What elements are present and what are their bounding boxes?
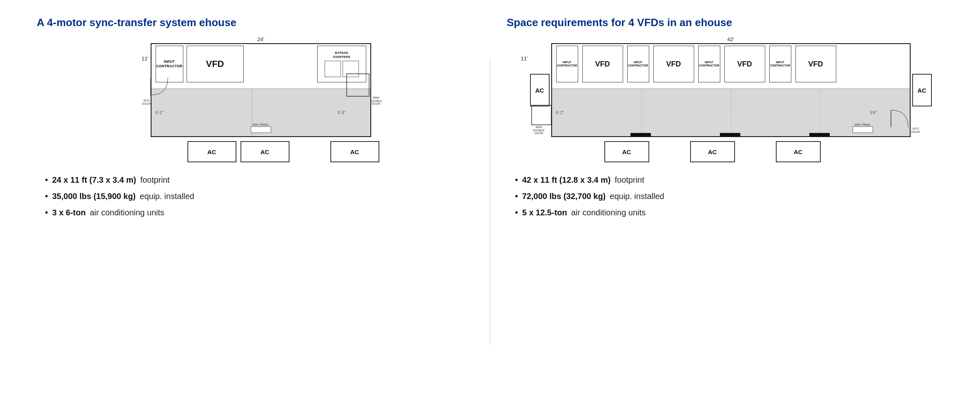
right-walkway: 6'-2" 5'6" 480V PANEL <box>552 89 910 136</box>
right-spec-3: 5 x 12.5-ton air conditioning units <box>515 207 664 218</box>
left-ac-row: AC AC AC <box>143 141 379 162</box>
right-middle-row: AC INPUTCONTRACTOR <box>530 43 932 137</box>
left-section: A 4-motor sync-transfer system ehouse 24… <box>24 16 486 224</box>
right-section: Space requirements for 4 VFDs in an ehou… <box>494 16 956 224</box>
right-panel-label: 480V PANEL <box>854 123 871 126</box>
left-door-left: 3070DOOR <box>151 78 171 100</box>
right-equipment-row: INPUTCONTRACTOR VFD INPUTCONTRACTOR <box>552 44 910 89</box>
page-container: A 4-motor sync-transfer system ehouse 24… <box>0 0 980 405</box>
section-divider <box>490 60 490 345</box>
right-specs: 42 x 11 ft (12.8 x 3.4 m) footprint 72,0… <box>515 175 664 224</box>
right-ac-b3: AC <box>776 141 821 162</box>
right-door-left: 8080DOUBLEDOOR <box>551 106 572 128</box>
right-ac-bottom-row: AC AC AC <box>551 141 932 162</box>
right-floorplan: 42' 11' AC <box>519 36 932 162</box>
left-floorplan: 24' 11' INPUTCONTRACTOR <box>131 36 379 162</box>
left-panel-label: 480V PANEL <box>252 123 269 126</box>
left-spec-2: 35,000 lbs (15,900 kg) equip. installed <box>45 191 194 201</box>
right-title: Space requirements for 4 VFDs in an ehou… <box>507 16 732 29</box>
right-ic-3: INPUTCONTRACTOR <box>698 46 720 82</box>
right-ac-right: AC <box>912 74 932 106</box>
left-floorplan-row: 11' INPUTCONTRACTOR VFD <box>139 43 371 137</box>
right-ic-2: INPUTCONTRACTOR <box>627 46 649 82</box>
right-ehouse-box: INPUTCONTRACTOR VFD INPUTCONTRACTOR <box>551 43 911 137</box>
right-spec-2: 72,000 lbs (32,700 kg) equip. installed <box>515 191 664 201</box>
right-vfd-1: VFD <box>582 46 623 82</box>
right-dim-top: 42' <box>724 36 737 42</box>
left-title: A 4-motor sync-transfer system ehouse <box>37 16 236 29</box>
left-equipment-row: INPUTCONTRACTOR VFD BYPASSSTARTERS <box>151 44 370 89</box>
left-ehouse-box: INPUTCONTRACTOR VFD BYPASSSTARTERS <box>151 43 371 137</box>
left-dim-top: 24' <box>254 36 267 42</box>
right-vfd-4: VFD <box>795 46 836 82</box>
left-walkway: 6'-2" 5'-8" 480V PANEL <box>151 89 370 136</box>
right-vfd-2: VFD <box>653 46 694 82</box>
left-vfd: VFD <box>187 46 244 82</box>
left-spec-1: 24 x 11 ft (7.3 x 3.4 m) footprint <box>45 175 194 185</box>
left-ac-3: AC <box>330 141 379 162</box>
right-ic-4: INPUTCONTRACTOR <box>769 46 791 82</box>
left-spec-3: 3 x 6-ton air conditioning units <box>45 207 194 218</box>
right-vfd-3: VFD <box>724 46 765 82</box>
right-ic-1: INPUTCONTRACTOR <box>556 46 578 82</box>
right-floorplan-main-row: 11' AC <box>519 43 932 162</box>
left-ac-1: AC <box>187 141 236 162</box>
right-ehouse-col: AC INPUTCONTRACTOR <box>530 43 932 162</box>
left-specs: 24 x 11 ft (7.3 x 3.4 m) footprint 35,00… <box>45 175 194 224</box>
left-dim-side: 11' <box>142 55 149 62</box>
right-ac-b2: AC <box>690 141 735 162</box>
right-door-right: 3070DOOR <box>890 110 911 132</box>
left-door-right: 8080DOUBLEDOOR <box>347 74 371 100</box>
left-ac-2: AC <box>241 141 290 162</box>
right-spec-1: 42 x 11 ft (12.8 x 3.4 m) footprint <box>515 175 664 185</box>
svg-rect-1 <box>347 74 369 96</box>
left-input-contractor: INPUTCONTRACTOR <box>156 46 183 82</box>
right-ac-left-col: AC <box>530 43 550 137</box>
right-ac-left: AC <box>530 74 550 106</box>
right-ac-right-col: AC <box>912 43 932 137</box>
right-dim-side: 11' <box>521 55 528 62</box>
right-ac-b1: AC <box>604 141 649 162</box>
